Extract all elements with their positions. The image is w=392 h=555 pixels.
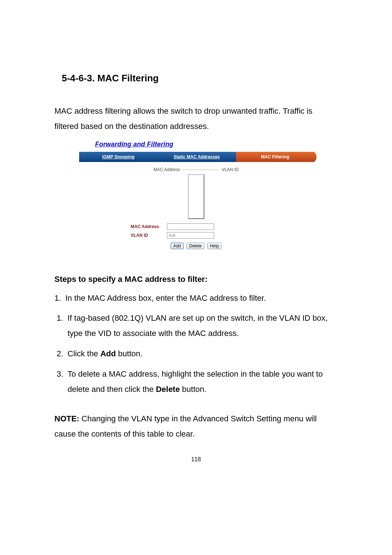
- note-label: NOTE:: [54, 414, 79, 423]
- step-1b: 1.If tag-based (802.1Q) VLAN are set up …: [57, 311, 338, 341]
- step-text: Click the Add button.: [68, 349, 143, 358]
- button-row: Add Delete Help: [65, 242, 327, 249]
- section-heading: 5-4-6-3. MAC Filtering: [62, 73, 338, 84]
- mac-address-label: MAC Address: [131, 224, 167, 229]
- vlan-id-row: VLAN ID: [131, 232, 327, 239]
- tab-label: MAC Filtering: [261, 154, 289, 159]
- step-number: 2.: [57, 346, 68, 361]
- tab-igmp-snooping[interactable]: IGMP Snooping: [79, 152, 158, 162]
- column-headers: MAC Address VLAN ID: [65, 167, 327, 172]
- step-number: 1.: [54, 291, 65, 306]
- delete-button[interactable]: Delete: [187, 243, 204, 249]
- mac-filter-listbox[interactable]: [188, 174, 204, 219]
- note-paragraph: NOTE: Changing the VLAN type in the Adva…: [54, 411, 338, 442]
- vlan-id-label: VLAN ID: [131, 233, 167, 238]
- step-number: 1.: [57, 311, 68, 326]
- step-text: To delete a MAC address, highlight the s…: [68, 369, 323, 394]
- help-button[interactable]: Help: [207, 243, 221, 249]
- step-text: If tag-based (802.1Q) VLAN are set up on…: [68, 313, 328, 338]
- step-2: 2.Click the Add button.: [57, 346, 338, 361]
- step-text: In the MAC Address box, enter the MAC ad…: [65, 293, 266, 303]
- panel-title: Forwarding and Filtering: [95, 141, 327, 148]
- vlan-id-input[interactable]: [167, 232, 214, 239]
- step-1: 1.In the MAC Address box, enter the MAC …: [54, 291, 338, 306]
- tab-panel: MAC Address VLAN ID MAC Address VLAN ID …: [65, 162, 327, 253]
- step-number: 3.: [57, 366, 68, 382]
- note-text: Changing the VLAN type in the Advanced S…: [54, 414, 317, 438]
- step-3: 3.To delete a MAC address, highlight the…: [57, 366, 338, 397]
- tab-label: Static MAC Addresses: [173, 154, 220, 159]
- steps-heading: Steps to specify a MAC address to filter…: [54, 275, 338, 284]
- add-button[interactable]: Add: [171, 243, 183, 249]
- header-divider: [183, 170, 219, 170]
- column-header-mac: MAC Address: [154, 167, 180, 172]
- tab-label: IGMP Snooping: [102, 154, 134, 159]
- mac-address-row: MAC Address: [131, 223, 327, 230]
- tab-bar: IGMP Snooping Static MAC Addresses MAC F…: [79, 152, 314, 162]
- mac-address-input[interactable]: [167, 223, 214, 230]
- intro-paragraph: MAC address filtering allows the switch …: [54, 104, 338, 134]
- document-page: 5-4-6-3. MAC Filtering MAC address filte…: [0, 0, 392, 555]
- page-number: 118: [54, 456, 338, 463]
- tab-static-mac-addresses[interactable]: Static MAC Addresses: [158, 152, 236, 162]
- column-header-vlan: VLAN ID: [222, 167, 239, 172]
- tab-mac-filtering[interactable]: MAC Filtering: [236, 152, 314, 162]
- ui-screenshot: Forwarding and Filtering IGMP Snooping S…: [65, 141, 327, 253]
